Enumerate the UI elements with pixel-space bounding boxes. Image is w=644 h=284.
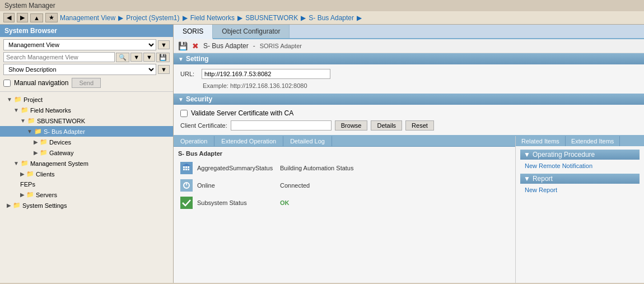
validate-cert-label: Validate Server Certificate with CA [191,109,293,117]
svg-rect-4 [183,169,185,170]
svg-marker-7 [182,164,191,166]
tab-related-items[interactable]: Related Items [516,136,566,146]
tree-item-system-settings[interactable]: ▶ 📁 System Settings [0,200,173,211]
tree-label-project: Project [24,96,43,103]
subsystem-name: Subsystem Status [197,199,276,206]
star-button[interactable]: ★ [45,13,58,22]
tree-label-servers: Servers [36,192,57,198]
collapse-arrow-project[interactable]: ▼ [7,96,12,103]
tab-detailed-log[interactable]: Detailed Log [283,136,332,146]
breadcrumb-field-networks[interactable]: Field Networks [190,14,235,22]
breadcrumb-management-view[interactable]: Management View [60,14,115,22]
search-input[interactable] [3,52,115,62]
content-area: 💾 ✖ S- Bus Adapter - SORIS Adapter ▼ Set… [174,39,644,283]
folder-icon-system-settings: 📁 [13,202,21,209]
tree-item-feps[interactable]: FEPs [0,179,173,189]
validate-cert-checkbox[interactable] [180,110,188,117]
security-section-header: ▼ Security [174,94,644,105]
up-button[interactable]: ▲ [30,13,43,22]
collapse-arrow-system-settings[interactable]: ▶ [7,202,11,208]
tree-item-servers[interactable]: ▶ 📁 Servers [0,189,173,200]
save-filter-btn[interactable]: 💾 [156,53,170,62]
sb-controls: Management View ▼ 🔍 ▼ ▼ 💾 Show Descripti… [0,37,173,92]
save-icon[interactable]: 💾 [178,41,188,50]
dropdown-arrow-btn[interactable]: ▼ [158,40,170,49]
client-cert-input[interactable] [231,120,332,131]
management-view-dropdown[interactable]: Management View [3,39,156,50]
cancel-icon[interactable]: ✖ [192,41,199,50]
filter-icon-btn[interactable]: ▼ [143,53,155,62]
show-desc-arrow[interactable]: ▼ [158,65,170,74]
collapse-arrow-field-networks[interactable]: ▼ [13,107,19,113]
breadcrumb-sbus-adapter[interactable]: S- Bus Adapter [309,14,354,22]
app-title: System Manager [4,2,55,10]
collapse-arrow-sbusnetwork[interactable]: ▼ [20,118,26,124]
browse-button[interactable]: Browse [335,120,368,131]
tab-object-configurator[interactable]: Object Configurator [213,25,290,38]
tree-label-gateway: Gateway [49,150,73,156]
manual-navigation-row: Manual navigation Send [3,77,170,89]
obj-separator: - [253,42,255,50]
security-collapse-arrow[interactable]: ▼ [178,96,184,103]
search-down-btn[interactable]: ▼ [130,53,142,62]
op-item-online: Online Connected [178,178,511,193]
collapse-arrow-management-system[interactable]: ▼ [13,160,19,166]
collapse-arrow-clients[interactable]: ▶ [20,171,25,177]
details-button[interactable]: Details [371,120,402,131]
url-row: URL: [180,69,637,79]
tree-item-clients[interactable]: ▶ 📁 Clients [0,169,173,179]
op-proc-arrow[interactable]: ▼ [524,151,530,159]
tree-item-sbus-adapter[interactable]: ▼ 📁 S- Bus Adapter [0,126,173,137]
tree-label-sbus-adapter: S- Bus Adapter [44,128,85,135]
tree-label-sbusnetwork: SBUSNETWORK [37,118,85,124]
nav-bar: ◀ ▶ ▲ ★ Management View ▶ Project (Syste… [0,11,644,25]
show-description-dropdown[interactable]: Show Description [3,64,156,75]
client-cert-row: Client Certificate: Browse Details Reset [180,120,637,131]
tree-item-management-system[interactable]: ▼ 📁 Management System [0,158,173,169]
breadcrumb-project[interactable]: Project (System1) [126,14,179,22]
setting-collapse-arrow[interactable]: ▼ [178,56,184,62]
tree-label-clients: Clients [36,171,55,178]
subsystem-value: OK [280,199,290,206]
tree-item-gateway[interactable]: ▶ 📁 Gateway [0,147,173,158]
report-arrow[interactable]: ▼ [524,175,530,183]
new-report[interactable]: New Report [520,185,640,194]
tab-extended-items[interactable]: Extended Items [566,136,620,146]
related-area: Related Items Extended Items ▼ Operating… [515,136,644,283]
forward-button[interactable]: ▶ [17,13,28,22]
tab-soris[interactable]: SORIS [174,25,213,39]
setting-label: Setting [186,55,209,63]
tree-item-field-networks[interactable]: ▼ 📁 Field Networks [0,105,173,115]
url-label: URL: [180,71,197,77]
subsystem-ok-icon [180,197,193,209]
svg-rect-1 [183,166,185,168]
collapse-arrow-sbus-adapter[interactable]: ▼ [27,128,32,134]
op-item-aggregated: AggregatedSummaryStatus Building Automat… [178,160,511,176]
tree-label-field-networks: Field Networks [30,107,71,114]
back-button[interactable]: ◀ [3,13,15,22]
svg-rect-11 [180,197,193,209]
tree-item-devices[interactable]: ▶ 📁 Devices [0,137,173,147]
search-icon-btn[interactable]: 🔍 [116,53,129,62]
collapse-arrow-servers[interactable]: ▶ [20,192,25,198]
setting-content: URL: Example: http://192.168.136.102:808… [174,64,644,94]
right-panel: SORIS Object Configurator 💾 ✖ S- Bus Ada… [174,25,644,283]
url-example: Example: http://192.168.136.102:8080 [203,82,637,89]
report-header: ▼ Report [520,174,640,184]
tree-item-sbusnetwork[interactable]: ▼ 📁 SBUSNETWORK [0,115,173,126]
aggregated-status-name: AggregatedSummaryStatus [197,165,276,171]
obj-subtitle: SORIS Adapter [260,43,302,49]
url-input[interactable] [202,69,330,79]
reset-button[interactable]: Reset [405,120,434,131]
tab-extended-operation[interactable]: Extended Operation [214,136,283,146]
svg-rect-3 [188,166,189,168]
collapse-arrow-devices[interactable]: ▶ [34,139,38,145]
breadcrumb-sbusnetwork[interactable]: SBUSNETWORK [245,14,298,22]
tab-operation[interactable]: Operation [174,136,214,146]
collapse-arrow-gateway[interactable]: ▶ [34,150,38,156]
svg-rect-5 [185,169,187,170]
new-remote-notification[interactable]: New Remote Notification [520,161,640,170]
manual-nav-checkbox[interactable] [3,80,11,87]
tree-item-project[interactable]: ▼ 📁 Project [0,94,173,105]
main-layout: System Browser Management View ▼ 🔍 ▼ ▼ 💾… [0,25,644,283]
